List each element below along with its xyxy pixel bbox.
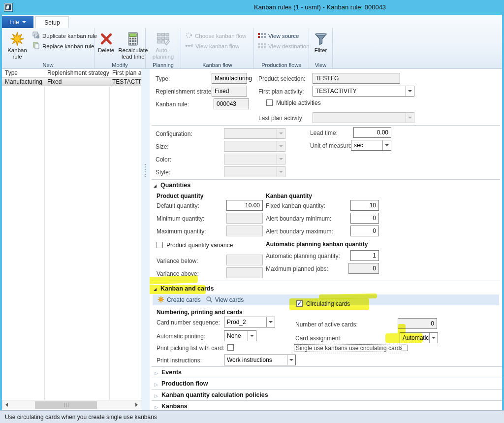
section-divider <box>152 125 500 126</box>
fixed-kanban-quantity-label: Fixed kanban quantity: <box>266 202 325 209</box>
filter-icon <box>314 31 328 47</box>
alert-boundary-maximum-field[interactable]: 0 <box>350 226 379 236</box>
status-bar: Use circulating cards when you create si… <box>0 410 504 423</box>
product-quantity-variance-checkbox[interactable] <box>157 242 163 248</box>
auto-planning-label: Auto - planning <box>150 47 177 60</box>
multiple-activities-checkbox[interactable] <box>266 99 273 106</box>
section-header-events[interactable]: Events <box>152 366 502 378</box>
grid-header-type[interactable]: Type <box>2 69 44 77</box>
chevron-down-icon[interactable] <box>248 331 256 341</box>
first-plan-activity-label: First plan activity: <box>258 88 304 95</box>
print-instructions-combo[interactable]: Work instructions <box>224 355 296 365</box>
card-number-sequence-value: Prod_2 <box>224 317 266 327</box>
grid-row-selected[interactable]: Manufacturing Fixed TESTACTIVIT <box>2 78 141 86</box>
default-quantity-field[interactable]: 10.00 <box>226 200 263 211</box>
circulating-cards-checkbox[interactable] <box>296 300 303 307</box>
scroll-left-button[interactable] <box>2 400 11 409</box>
automatic-planning-quantity-field[interactable]: 1 <box>350 250 379 261</box>
group-label-kanban-flow: Kanban flow <box>181 62 253 68</box>
single-use-kanbans-label: Single use kanbans use circulating cards… <box>294 344 406 352</box>
scrollbar-grip-icon <box>64 403 68 407</box>
view-kanban-flow-button: View kanban flow <box>183 41 248 51</box>
duplicate-kanban-rule-button[interactable]: Duplicate kanban rule <box>31 31 99 41</box>
group-label-new: New <box>2 62 94 68</box>
window-border-right <box>502 15 504 423</box>
replenishment-strategy-label: Replenishment strategy: <box>156 88 219 95</box>
scrollbar-thumb[interactable] <box>35 401 97 409</box>
section-header-kanban-quantity-calculation-policies[interactable]: Kanban quantity calculation policies <box>152 389 502 400</box>
section-header-kanban-and-cards[interactable]: Kanban and cards <box>160 285 214 292</box>
style-combo <box>224 166 285 177</box>
view-destination-button: View destination <box>256 41 312 51</box>
print-picking-list-checkbox[interactable] <box>227 344 234 351</box>
chevron-down-icon <box>277 167 285 177</box>
size-combo <box>224 141 285 152</box>
grid-cell-strategy: Fixed <box>44 78 109 86</box>
lead-time-label: Lead time: <box>310 130 338 136</box>
view-flow-icon <box>185 43 193 49</box>
recalculate-lead-time-label: Recalculate lead time <box>117 47 149 60</box>
filter-button[interactable]: Filter <box>312 30 330 55</box>
grid-header-first-plan-activity[interactable]: First plan ac <box>109 69 141 77</box>
single-use-kanbans-checkbox[interactable] <box>402 345 408 351</box>
maximum-quantity-field <box>226 226 263 236</box>
marker-highlight <box>385 333 423 343</box>
chevron-down-icon <box>277 129 285 138</box>
chevron-down-icon[interactable] <box>406 86 414 96</box>
unit-of-measure-combo[interactable]: sec <box>351 140 391 151</box>
chevron-down-icon[interactable] <box>266 317 275 327</box>
last-plan-activity-combo <box>313 112 414 123</box>
chevron-down-icon <box>277 141 285 151</box>
recalculate-lead-time-button[interactable]: Recalculate lead time <box>116 30 150 61</box>
view-source-button[interactable]: View source <box>256 31 312 41</box>
unit-of-measure-value: sec <box>351 140 382 150</box>
section-header-production-flow[interactable]: Production flow <box>152 378 502 389</box>
tab-setup[interactable]: Setup <box>35 16 69 28</box>
create-cards-icon <box>158 296 164 304</box>
first-plan-activity-combo[interactable]: TESTACTIVITY <box>313 86 414 97</box>
scroll-right-button[interactable] <box>132 400 141 409</box>
replace-icon <box>32 42 40 50</box>
grid-column-divider <box>109 69 110 400</box>
card-number-sequence-label: Card number sequence: <box>157 319 220 326</box>
alert-boundary-minimum-field[interactable]: 0 <box>350 213 379 224</box>
lead-time-field[interactable]: 0.00 <box>353 127 391 138</box>
product-selection-field: TESTFG <box>313 73 400 84</box>
kanban-rule-label: Kanban rule <box>5 47 29 60</box>
create-cards-button[interactable]: Create cards <box>158 296 201 304</box>
scroll-right-icon <box>135 403 138 407</box>
variance-below-field <box>226 255 263 265</box>
section-header-kanbans[interactable]: Kanbans <box>152 400 502 410</box>
horizontal-scrollbar[interactable] <box>2 400 141 409</box>
section-divider <box>152 281 500 281</box>
group-label-production-flows: Production flows <box>254 62 309 68</box>
kanban-rule-button[interactable]: Kanban rule <box>4 30 31 61</box>
section-divider <box>152 179 500 180</box>
view-cards-button[interactable]: View cards <box>206 296 244 304</box>
delete-button[interactable]: Delete <box>96 30 116 55</box>
ribbon-tab-row: File Setup <box>2 15 502 28</box>
panel-splitter[interactable] <box>141 69 150 410</box>
card-assignment-label: Card assignment: <box>295 335 342 342</box>
automatic-planning-subheader: Automatic planning kanban quantity <box>266 241 368 248</box>
kanban-quantity-subheader: Kanban quantity <box>266 193 312 199</box>
status-text: Use circulating cards when you create si… <box>5 414 157 421</box>
collapsed-icon <box>155 390 161 399</box>
grid-header-replenishment-strategy[interactable]: Replenishment strategy <box>44 69 109 77</box>
alert-boundary-maximum-label: Alert boundary maximum: <box>266 228 333 235</box>
delete-icon <box>100 31 113 47</box>
automatic-printing-combo[interactable]: None <box>224 330 256 341</box>
fixed-kanban-quantity-field[interactable]: 10 <box>350 200 379 211</box>
chevron-down-icon[interactable] <box>287 355 295 365</box>
filter-label: Filter <box>315 47 327 54</box>
section-header-quantities[interactable]: Quantities <box>160 182 190 189</box>
replace-kanban-rule-button[interactable]: Replace kanban rule <box>31 41 99 51</box>
product-quantity-subheader: Product quantity <box>157 193 203 199</box>
type-field: Manufacturing <box>212 73 247 84</box>
chevron-down-icon[interactable] <box>382 140 391 150</box>
configuration-label: Configuration: <box>156 130 192 137</box>
tab-file[interactable]: File <box>2 16 33 28</box>
replace-kanban-rule-label: Replace kanban rule <box>42 43 94 49</box>
chevron-down-icon[interactable] <box>429 333 438 343</box>
card-number-sequence-combo[interactable]: Prod_2 <box>224 317 275 327</box>
